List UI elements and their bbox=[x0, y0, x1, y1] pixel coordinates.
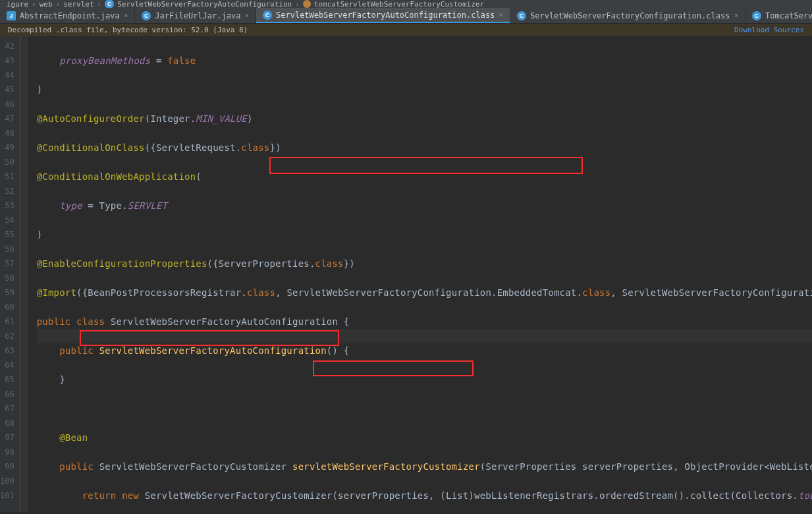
code-line: @ConditionalOnClass({ServletRequest.clas… bbox=[37, 140, 812, 155]
chevron-right-icon: › bbox=[295, 0, 300, 8]
class-icon: C bbox=[105, 0, 114, 8]
decompiled-banner: Decompiled .class file, bytecode version… bbox=[0, 24, 812, 36]
chevron-right-icon: › bbox=[32, 0, 36, 8]
line-number: 101 bbox=[0, 488, 14, 503]
code-line: ) bbox=[37, 227, 812, 242]
code-line: @AutoConfigureOrder(Integer.MIN_VALUE) bbox=[37, 111, 812, 126]
bc-item[interactable]: igure bbox=[7, 0, 28, 8]
tab-label: ServletWebServerFactoryAutoConfiguration… bbox=[276, 11, 495, 20]
line-number: 67 bbox=[0, 401, 14, 416]
download-sources-link[interactable]: Download Sources bbox=[734, 26, 804, 34]
line-number: 44 bbox=[0, 68, 14, 82]
class-file-icon: C bbox=[263, 11, 272, 20]
class-file-icon: C bbox=[752, 11, 761, 20]
line-number: 49 bbox=[0, 140, 14, 155]
line-number: 65 bbox=[0, 372, 14, 387]
tab-servletwebserverfactoryauto[interactable]: C ServletWebServerFactoryAutoConfigurati… bbox=[256, 8, 510, 23]
line-number: 42 bbox=[0, 39, 14, 53]
line-number: 68 bbox=[0, 416, 14, 430]
line-number: 48 bbox=[0, 126, 14, 140]
line-number: 63 bbox=[0, 343, 14, 358]
bc-item[interactable]: web bbox=[40, 0, 53, 8]
tab-label: AbstractEndpoint.java bbox=[20, 11, 120, 20]
line-number: 52 bbox=[0, 184, 14, 198]
chevron-right-icon: › bbox=[56, 0, 61, 8]
tab-jarfileurljar[interactable]: C JarFileUrlJar.java × bbox=[135, 8, 256, 23]
line-number: 53 bbox=[0, 198, 14, 213]
bc-item[interactable]: tomcatServletWebServerFactoryCustomizer bbox=[314, 0, 484, 8]
code-line: @Bean bbox=[37, 430, 812, 445]
close-icon[interactable]: × bbox=[499, 11, 503, 19]
line-number: 58 bbox=[0, 271, 14, 285]
line-number: 66 bbox=[0, 387, 14, 401]
line-number: 46 bbox=[0, 97, 14, 111]
tab-abstract-endpoint[interactable]: J AbstractEndpoint.java × bbox=[0, 8, 135, 23]
code-line: @ConditionalOnWebApplication( bbox=[37, 169, 812, 184]
code-line: @EnableConfigurationProperties({ServerPr… bbox=[37, 256, 812, 271]
java-file-icon: J bbox=[7, 11, 16, 20]
tab-label: TomcatServletWebServerFactoryCustomize bbox=[765, 11, 812, 20]
tab-label: ServletWebServerFactoryConfiguration.cla… bbox=[530, 11, 730, 20]
code-line: public ServletWebServerFactoryCustomizer… bbox=[37, 459, 812, 474]
line-number: 62 bbox=[0, 329, 14, 343]
line-number: 56 bbox=[0, 242, 14, 256]
line-number: 51 bbox=[0, 169, 14, 184]
line-number: 97 bbox=[0, 430, 14, 445]
class-file-icon: C bbox=[142, 11, 151, 20]
method-icon bbox=[303, 0, 311, 8]
close-icon[interactable]: × bbox=[244, 11, 249, 20]
code-line: type = Type.SERVLET bbox=[37, 198, 812, 213]
line-number: 45 bbox=[0, 82, 14, 97]
line-number: 43 bbox=[0, 53, 14, 68]
line-number: 50 bbox=[0, 155, 14, 169]
code-area[interactable]: proxyBeanMethods = false ) @AutoConfigur… bbox=[28, 36, 812, 512]
line-number: 55 bbox=[0, 227, 14, 242]
line-number: 98 bbox=[0, 445, 14, 459]
line-number: 61 bbox=[0, 314, 14, 329]
code-line: @Import({BeanPostProcessorsRegistrar.cla… bbox=[37, 285, 812, 300]
breadcrumb: igure › web › servlet › C ServletWebServ… bbox=[0, 0, 812, 8]
editor-tabs: J AbstractEndpoint.java × C JarFileUrlJa… bbox=[0, 8, 812, 24]
close-icon[interactable]: × bbox=[734, 11, 738, 20]
code-line: public class ServletWebServerFactoryAuto… bbox=[37, 314, 812, 329]
bc-item[interactable]: servlet bbox=[63, 0, 94, 8]
line-number: 64 bbox=[0, 358, 14, 372]
chevron-right-icon: › bbox=[97, 0, 102, 8]
line-number: 57 bbox=[0, 256, 14, 271]
class-file-icon: C bbox=[517, 11, 526, 20]
code-line: public ServletWebServerFactoryAutoConfig… bbox=[37, 343, 812, 358]
tab-label: JarFileUrlJar.java bbox=[155, 11, 240, 20]
line-number: 59 bbox=[0, 285, 14, 300]
code-editor[interactable]: 42 43 44 45 46 47 48 49 50 51 52 53 54 5… bbox=[0, 36, 812, 512]
line-gutter: 42 43 44 45 46 47 48 49 50 51 52 53 54 5… bbox=[0, 36, 28, 512]
code-line: } bbox=[37, 372, 812, 387]
line-number: 100 bbox=[0, 474, 14, 488]
code-line bbox=[37, 401, 812, 416]
code-line: ) bbox=[37, 82, 812, 97]
bc-item[interactable]: ServletWebServerFactoryAutoConfiguration bbox=[117, 0, 292, 8]
close-icon[interactable]: × bbox=[124, 11, 128, 20]
code-line: proxyBeanMethods = false bbox=[37, 53, 812, 68]
line-number: 47 bbox=[0, 111, 14, 126]
code-line: return new ServletWebServerFactoryCustom… bbox=[37, 488, 812, 503]
line-number: 99 bbox=[0, 459, 14, 474]
line-number: 60 bbox=[0, 300, 14, 314]
tab-servletwebserverfactoryconfig[interactable]: C ServletWebServerFactoryConfiguration.c… bbox=[510, 8, 745, 23]
tab-tomcatservletcustomizer[interactable]: C TomcatServletWebServerFactoryCustomize bbox=[745, 8, 812, 23]
banner-text: Decompiled .class file, bytecode version… bbox=[8, 26, 248, 34]
line-number: 54 bbox=[0, 213, 14, 227]
